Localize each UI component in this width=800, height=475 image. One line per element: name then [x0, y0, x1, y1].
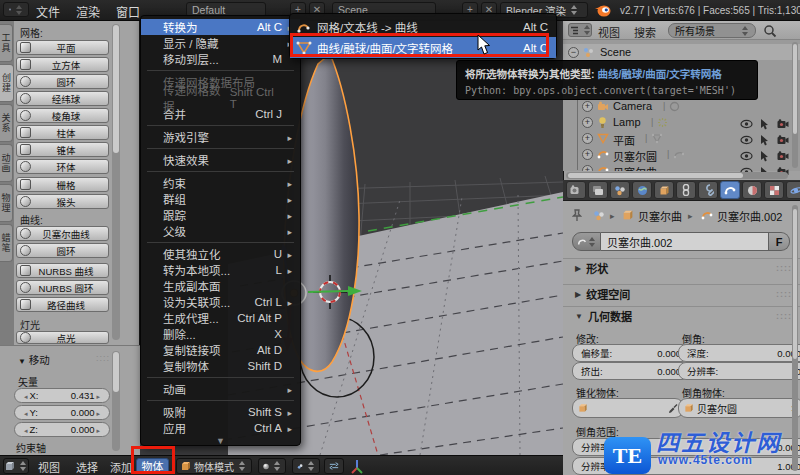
vector-y-field[interactable]: Y:0.000: [14, 405, 110, 420]
tab-render-layers[interactable]: [588, 181, 608, 199]
add-menu[interactable]: 添加: [110, 459, 132, 475]
menu-render[interactable]: 渲染: [76, 3, 100, 20]
fake-user-button[interactable]: F: [769, 232, 790, 251]
eye-icon[interactable]: [740, 135, 753, 145]
add-plane-button[interactable]: 平面: [16, 40, 109, 55]
add-icosphere-button[interactable]: 棱角球: [16, 108, 109, 123]
editor-type-button[interactable]: [3, 458, 29, 474]
object-breadcrumb-icon[interactable]: [622, 209, 634, 221]
add-grid-button[interactable]: 栅格: [16, 177, 109, 192]
tab-physics[interactable]: [786, 181, 800, 199]
add-bezier-circle-button[interactable]: 圆环: [16, 243, 109, 258]
outliner-filter-selector[interactable]: 所有场景: [668, 23, 756, 38]
menu-item-make-links[interactable]: 设为关联项...Ctrl L: [141, 294, 300, 310]
menu-item-delete[interactable]: 删除...X: [141, 326, 300, 342]
pivot-point-selector[interactable]: [292, 458, 320, 474]
info-editor-button[interactable]: i: [3, 2, 29, 17]
breadcrumb-object-name[interactable]: 贝塞尔曲: [638, 208, 682, 224]
tab-constraints[interactable]: [676, 181, 696, 199]
expand-icon[interactable]: +: [582, 133, 593, 144]
tab-grease-pencil[interactable]: 蜡笔: [0, 224, 13, 262]
outliner-search-menu[interactable]: 搜索: [634, 24, 656, 40]
tab-object-data[interactable]: [720, 181, 740, 199]
expand-icon[interactable]: +: [582, 101, 593, 112]
tab-world[interactable]: [632, 181, 652, 199]
render-camera-icon[interactable]: [777, 119, 789, 129]
toolshelf-scrollbar[interactable]: [112, 24, 120, 340]
menu-file[interactable]: 文件: [36, 3, 60, 20]
restrict-icons-lamp[interactable]: [740, 135, 789, 146]
panel-shape[interactable]: ▶形状::::: [563, 258, 800, 277]
tab-relations[interactable]: 关系: [0, 104, 13, 142]
menu-item-show-hide[interactable]: 显示 / 隐藏: [141, 35, 300, 51]
add-uvsphere-button[interactable]: 经纬球: [16, 91, 109, 106]
cursor-arrow-icon[interactable]: [760, 135, 770, 146]
extrude-field[interactable]: 挤出:0.000: [572, 362, 690, 380]
tab-modifiers[interactable]: [698, 181, 718, 199]
tab-animation[interactable]: 动画: [0, 144, 13, 182]
cursor-arrow-icon[interactable]: [760, 151, 770, 162]
panel-texture-space[interactable]: ▶纹理空间::::: [563, 284, 800, 303]
menu-item-make-local[interactable]: 转为本地项...L: [141, 262, 300, 278]
restrict-icons-plane[interactable]: [740, 151, 789, 162]
collapse-icon[interactable]: −: [568, 47, 579, 58]
tab-tools[interactable]: 工具: [0, 24, 13, 62]
tab-material[interactable]: [742, 181, 762, 199]
outliner-row-scene[interactable]: − Scene: [563, 44, 800, 60]
menu-item-group[interactable]: 群组: [141, 191, 300, 207]
add-nurbs-circle-button[interactable]: NURBS 圆环: [16, 280, 109, 295]
add-bezier-curve-button[interactable]: 贝塞尔曲线: [16, 226, 109, 241]
menu-item-duplicate-linked[interactable]: 复制链接项Alt D: [141, 342, 300, 358]
menu-item-parent[interactable]: 父级: [141, 223, 300, 239]
menu-item-quick-effects[interactable]: 快速效果: [141, 152, 300, 168]
tab-object[interactable]: [654, 181, 674, 199]
scene-breadcrumb-icon[interactable]: [593, 210, 605, 221]
add-path-button[interactable]: 路径曲线: [16, 297, 109, 312]
menu-item-make-dupli-face[interactable]: 生成副本面: [141, 278, 300, 294]
menu-item-track[interactable]: 跟踪: [141, 207, 300, 223]
datablock-type-button[interactable]: [572, 232, 601, 251]
search-icon[interactable]: [763, 24, 777, 38]
tab-physics[interactable]: 物理: [0, 184, 13, 222]
menu-item-apply[interactable]: 应用Ctrl A: [141, 420, 300, 436]
vector-z-field[interactable]: Z:0.000: [14, 422, 110, 437]
tab-render[interactable]: [566, 181, 586, 199]
depth-field[interactable]: 深度:0.000: [678, 344, 800, 362]
snap-toggle[interactable]: [324, 458, 344, 474]
offset-field[interactable]: 偏移量:0.000: [572, 344, 690, 362]
menu-item-convert-to[interactable]: 转换为Alt C: [141, 19, 300, 35]
menu-item-make-single-user[interactable]: 使其独立化U: [141, 246, 300, 262]
eye-icon[interactable]: [740, 119, 753, 129]
breadcrumb-data-name[interactable]: 贝塞尔曲.002: [717, 208, 782, 224]
menu-item-move-to-layer[interactable]: 移动到层...M: [141, 51, 300, 67]
menu-window[interactable]: 窗口: [116, 3, 140, 20]
panel-geometry[interactable]: ▼几何数据::::: [563, 306, 800, 325]
tab-create[interactable]: 创建: [0, 64, 14, 102]
eye-icon[interactable]: [740, 151, 753, 161]
outliner-view-menu[interactable]: 视图: [598, 24, 620, 40]
render-camera-icon[interactable]: [777, 135, 789, 145]
menu-item-duplicate-objects[interactable]: 复制物体Shift D: [141, 358, 300, 374]
cursor-arrow-icon[interactable]: [760, 119, 770, 130]
menu-item-snap[interactable]: 吸附Shift S: [141, 404, 300, 420]
expand-icon[interactable]: +: [582, 165, 593, 171]
tab-texture[interactable]: [764, 181, 784, 199]
restrict-icons-camera[interactable]: [740, 119, 789, 130]
panel-drag-dots-icon[interactable]: ::::: [96, 353, 110, 363]
menu-item-game-engine[interactable]: 游戏引擎: [141, 129, 300, 145]
view-menu[interactable]: 视图: [38, 459, 60, 475]
properties-vscrollbar[interactable]: [792, 205, 798, 471]
render-camera-icon[interactable]: [777, 151, 789, 161]
name-input[interactable]: 贝塞尔曲.002: [601, 232, 769, 251]
menu-item-join[interactable]: 合并Ctrl J: [141, 106, 300, 122]
panel-scrollbar[interactable]: [112, 351, 120, 451]
manipulator-axis-icon[interactable]: [350, 459, 364, 474]
add-torus-button[interactable]: 环体: [16, 159, 109, 174]
expand-icon[interactable]: +: [582, 117, 593, 128]
bevel-object-field[interactable]: 贝塞尔圆: [678, 398, 800, 418]
operator-panel-title[interactable]: ▼ 移动: [18, 352, 50, 367]
taper-object-field[interactable]: [572, 398, 684, 418]
add-nurbs-curve-button[interactable]: NURBS 曲线: [16, 263, 109, 278]
vector-x-field[interactable]: X:0.431: [14, 388, 110, 403]
outliner-vscrollbar[interactable]: [792, 42, 798, 168]
